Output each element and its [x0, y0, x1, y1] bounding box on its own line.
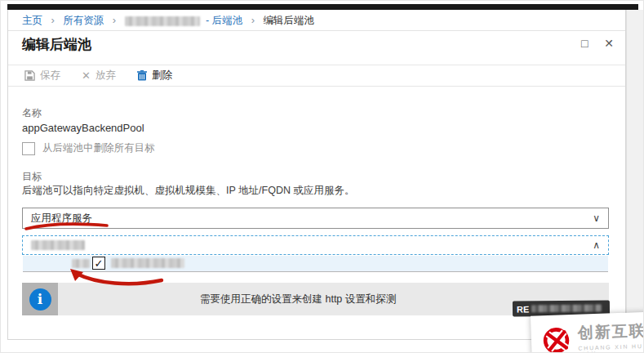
screenshot-stage: 主页 › 所有资源 › - 后端池 › 编辑后端池 编辑后端池 □ ✕ 保存 ✕… [0, 0, 644, 353]
watermark-card: 创新互联 CHUANG XIN HU LIAN [531, 311, 644, 353]
delete-trash-icon [137, 70, 147, 81]
window-controls: □ ✕ [568, 37, 614, 50]
app-service-combobox[interactable]: ∧ [22, 235, 609, 255]
chevron-up-icon: ∧ [593, 239, 600, 251]
badge-visible-text: RE [517, 304, 529, 314]
delete-button[interactable]: 删除 [137, 69, 172, 83]
maximize-icon[interactable]: □ [581, 37, 588, 50]
breadcrumb-all-resources-link[interactable]: 所有资源 [63, 15, 104, 26]
remove-all-targets-checkbox[interactable] [22, 142, 35, 155]
check-icon: ✓ [95, 257, 104, 270]
window-top-accent-bar [7, 4, 638, 10]
info-icon: i [29, 288, 51, 311]
close-icon[interactable]: ✕ [604, 37, 614, 50]
target-type-select[interactable]: 应用程序服务 ∨ [22, 208, 609, 229]
option-checkbox-checked[interactable]: ✓ [92, 257, 105, 270]
breadcrumb-separator-icon: › [113, 14, 116, 26]
info-message: 需要使用正确的设置来创建 http 设置和探测 [200, 293, 396, 306]
save-floppy-icon [24, 70, 35, 81]
chevron-down-icon: ∨ [593, 212, 600, 224]
option-text-redacted [111, 258, 184, 268]
save-button-label: 保存 [40, 69, 60, 83]
right-gutter [626, 10, 644, 353]
name-label: 名称 [22, 106, 42, 120]
breadcrumb-home-link[interactable]: 主页 [22, 15, 42, 26]
breadcrumb-separator-icon: › [251, 14, 255, 26]
watermark-text: 创新互联 CHUANG XIN HU LIAN [577, 319, 644, 353]
app-service-combobox-value-redacted [31, 240, 85, 250]
delete-button-label: 删除 [152, 69, 172, 83]
option-text-redacted [72, 259, 90, 268]
target-label: 目标 [22, 170, 42, 184]
watermark-brand: 创新互联 [577, 319, 644, 344]
breadcrumb-resource-name-redacted [125, 16, 200, 26]
info-icon-cell: i [22, 283, 58, 315]
command-toolbar: 保存 ✕ 放弃 删除 [8, 65, 625, 87]
page-title: 编辑后端池 [22, 35, 91, 54]
breadcrumb-separator-icon: › [51, 14, 54, 26]
remove-all-targets-label: 从后端池中删除所有目标 [42, 141, 155, 155]
breadcrumb-current-page: 编辑后端池 [264, 15, 315, 26]
target-type-selected-value: 应用程序服务 [31, 212, 92, 226]
watermark-brand-sub: CHUANG XIN HU LIAN [578, 342, 644, 353]
name-value: appGatewayBackendPool [22, 122, 144, 134]
target-description: 后端池可以指向特定虚拟机、虚拟机规模集、IP 地址/FQDN 或应用服务。 [22, 184, 354, 198]
discard-button-label: 放弃 [95, 69, 116, 83]
brand-cx-logo-icon [540, 324, 571, 353]
discard-x-icon: ✕ [82, 69, 91, 82]
badge-text-redacted [531, 304, 602, 312]
edit-backend-pool-panel: 主页 › 所有资源 › - 后端池 › 编辑后端池 编辑后端池 □ ✕ 保存 ✕… [7, 10, 626, 340]
app-service-option-row[interactable]: ✓ [23, 256, 608, 272]
breadcrumb: 主页 › 所有资源 › - 后端池 › 编辑后端池 [8, 10, 625, 31]
breadcrumb-backend-pools-link[interactable]: - 后端池 [206, 15, 242, 26]
save-button[interactable]: 保存 [24, 69, 60, 83]
remove-all-targets-row: 从后端池中删除所有目标 [22, 141, 155, 155]
discard-button[interactable]: ✕ 放弃 [82, 69, 116, 83]
